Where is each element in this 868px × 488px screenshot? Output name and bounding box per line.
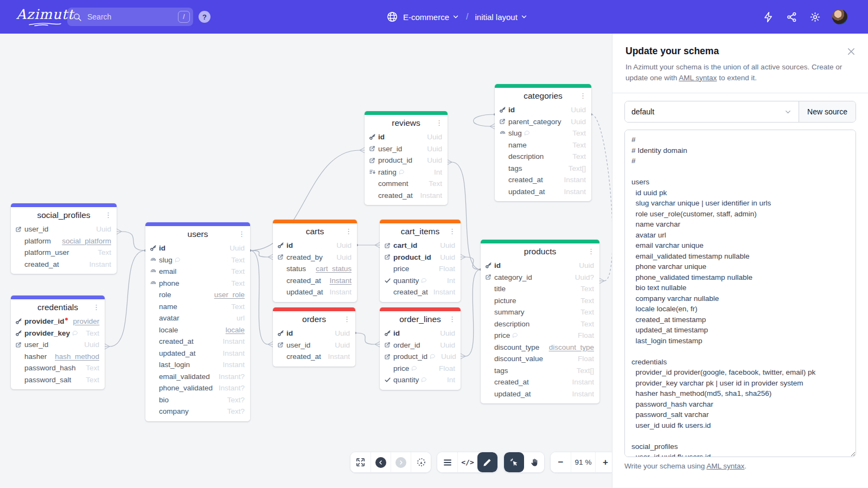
table-header[interactable]: categories⋮ bbox=[495, 88, 591, 104]
history-back-button[interactable] bbox=[371, 452, 391, 472]
column-row-name[interactable]: nameText bbox=[495, 139, 591, 151]
quick-actions-icon[interactable] bbox=[762, 11, 774, 23]
table-header[interactable]: products⋮ bbox=[481, 243, 599, 260]
column-row-user_id[interactable]: user_idUuid bbox=[273, 339, 355, 351]
aml-code-button[interactable]: </> bbox=[457, 452, 477, 472]
column-row-user_id[interactable]: user_idUuid bbox=[11, 223, 117, 235]
column-row-created_at[interactable]: created_atInstant bbox=[495, 174, 591, 186]
project-selector[interactable]: E-commerce bbox=[403, 12, 459, 22]
column-row-description[interactable]: descriptionText bbox=[481, 318, 599, 330]
new-source-button[interactable]: New source bbox=[799, 101, 856, 122]
zoom-out-button[interactable]: − bbox=[551, 452, 571, 472]
column-row-rating[interactable]: ratingInt bbox=[365, 166, 448, 178]
column-row-provider_id[interactable]: provider_idprovider bbox=[11, 316, 105, 328]
user-avatar[interactable] bbox=[832, 9, 847, 24]
column-row-name[interactable]: nameText bbox=[145, 301, 250, 313]
table-header[interactable]: carts⋮ bbox=[273, 223, 357, 240]
zoom-level[interactable]: 91 % bbox=[571, 452, 595, 472]
column-row-updated_at[interactable]: updated_atInstant bbox=[481, 388, 599, 400]
search-input[interactable] bbox=[86, 12, 178, 22]
column-row-bio[interactable]: bioText? bbox=[145, 394, 250, 406]
column-row-product_id[interactable]: product_idUuid bbox=[380, 252, 461, 264]
column-row-created_at[interactable]: created_atInstant bbox=[273, 275, 357, 287]
settings-gear-icon[interactable] bbox=[809, 11, 821, 23]
table-list-button[interactable] bbox=[437, 452, 457, 472]
table-carts[interactable]: carts⋮idUuidcreated_byUuidstatuscart_sta… bbox=[273, 220, 357, 302]
column-row-provider_key[interactable]: provider_keyText bbox=[11, 328, 105, 339]
column-row-quantity[interactable]: quantityInt bbox=[380, 374, 461, 386]
layout-selector[interactable]: initial layout bbox=[475, 12, 527, 22]
column-row-id[interactable]: idUuid bbox=[273, 328, 355, 339]
column-row-hasher[interactable]: hasherhash_method bbox=[11, 351, 105, 363]
close-icon[interactable] bbox=[846, 47, 856, 56]
column-row-phone[interactable]: phoneText bbox=[145, 278, 250, 290]
column-row-tags[interactable]: tagsText[] bbox=[481, 365, 599, 377]
locate-tables-button[interactable] bbox=[411, 452, 431, 472]
column-row-last_login[interactable]: last_loginInstant bbox=[145, 359, 250, 371]
column-row-created_at[interactable]: created_atInstant bbox=[11, 259, 117, 271]
table-menu-icon[interactable]: ⋮ bbox=[104, 211, 113, 219]
column-row-created_at[interactable]: created_atInstant bbox=[380, 286, 461, 298]
column-row-email[interactable]: emailText bbox=[145, 266, 250, 278]
azimutt-logo[interactable]: Azimutt bbox=[16, 8, 74, 27]
zoom-in-button[interactable]: + bbox=[595, 452, 612, 472]
table-reviews[interactable]: reviews⋮idUuiduser_idUuidproduct_idUuidr… bbox=[365, 111, 448, 205]
column-row-category_id[interactable]: category_idUuid? bbox=[481, 272, 599, 284]
column-row-summary[interactable]: summaryText bbox=[481, 306, 599, 318]
table-header[interactable]: credentials⋮ bbox=[11, 299, 105, 316]
search-box[interactable]: / bbox=[67, 8, 193, 26]
table-cart_items[interactable]: cart_items⋮cart_idUuidproduct_idUuidpric… bbox=[380, 220, 461, 302]
table-products[interactable]: products⋮idUuidcategory_idUuid?titleText… bbox=[481, 240, 599, 403]
table-header[interactable]: cart_items⋮ bbox=[380, 223, 461, 240]
table-menu-icon[interactable]: ⋮ bbox=[578, 92, 588, 100]
column-row-role[interactable]: roleuser_role bbox=[145, 289, 250, 301]
column-row-picture[interactable]: pictureText bbox=[481, 295, 599, 307]
select-mode-button[interactable] bbox=[504, 452, 524, 472]
table-menu-icon[interactable]: ⋮ bbox=[448, 316, 457, 323]
table-credentials[interactable]: credentials⋮provider_idproviderprovider_… bbox=[11, 296, 105, 389]
table-menu-icon[interactable]: ⋮ bbox=[342, 316, 352, 323]
column-row-locale[interactable]: localelocale bbox=[145, 324, 250, 336]
column-row-slug[interactable]: slugText bbox=[495, 127, 591, 139]
table-header[interactable]: orders⋮ bbox=[273, 311, 355, 328]
column-row-comment[interactable]: commentText bbox=[365, 178, 448, 190]
diagram-canvas[interactable]: social_profiles⋮user_idUuidplatformsocia… bbox=[0, 34, 612, 488]
column-row-created_at[interactable]: created_atInstant bbox=[145, 336, 250, 348]
history-forward-button[interactable] bbox=[391, 452, 411, 472]
column-row-price[interactable]: priceFloat bbox=[380, 363, 461, 375]
column-row-avatar[interactable]: avatarurl bbox=[145, 312, 250, 324]
aml-syntax-link[interactable]: AML syntax bbox=[706, 462, 744, 470]
pan-mode-button[interactable] bbox=[524, 452, 544, 472]
column-row-tags[interactable]: tagsText[] bbox=[495, 163, 591, 175]
column-row-status[interactable]: statuscart_status bbox=[273, 263, 357, 275]
table-menu-icon[interactable]: ⋮ bbox=[586, 248, 596, 255]
column-row-id[interactable]: idUuid bbox=[365, 131, 448, 143]
column-row-id[interactable]: idUuid bbox=[495, 104, 591, 116]
table-social_profiles[interactable]: social_profiles⋮user_idUuidplatformsocia… bbox=[11, 203, 117, 274]
column-row-password_hash[interactable]: password_hashText bbox=[11, 362, 105, 374]
table-menu-icon[interactable]: ⋮ bbox=[448, 228, 457, 235]
column-row-product_id[interactable]: product_idUuid bbox=[380, 351, 461, 363]
fit-to-screen-button[interactable] bbox=[350, 452, 371, 472]
column-row-product_id[interactable]: product_idUuid bbox=[365, 155, 448, 166]
column-row-id[interactable]: idUuid bbox=[380, 328, 461, 339]
column-row-discount_value[interactable]: discount_valueFloat bbox=[481, 353, 599, 365]
source-select[interactable]: default bbox=[625, 101, 799, 122]
column-row-title[interactable]: titleText bbox=[481, 283, 599, 295]
column-row-user_id[interactable]: user_idUuid bbox=[365, 143, 448, 155]
table-order_lines[interactable]: order_lines⋮idUuidorder_idUuidproduct_id… bbox=[380, 307, 461, 390]
table-menu-icon[interactable]: ⋮ bbox=[435, 119, 444, 127]
draw-mode-button[interactable] bbox=[477, 452, 497, 472]
column-row-id[interactable]: idUuid bbox=[145, 242, 250, 254]
column-row-created_at[interactable]: created_atInstant bbox=[481, 376, 599, 388]
column-row-updated_at[interactable]: updated_atInstant bbox=[495, 186, 591, 198]
aml-syntax-link[interactable]: AML syntax bbox=[679, 74, 717, 82]
column-row-price[interactable]: priceFloat bbox=[380, 263, 461, 275]
column-row-cart_id[interactable]: cart_idUuid bbox=[380, 240, 461, 252]
table-header[interactable]: order_lines⋮ bbox=[380, 311, 461, 328]
table-users[interactable]: users⋮idUuidslugTextemailTextphoneTextro… bbox=[145, 222, 250, 421]
table-orders[interactable]: orders⋮idUuiduser_idUuidcreated_atInstan… bbox=[273, 307, 355, 367]
share-icon[interactable] bbox=[786, 11, 797, 23]
table-header[interactable]: reviews⋮ bbox=[365, 115, 448, 131]
column-row-email_validated[interactable]: email_validatedInstant? bbox=[145, 371, 250, 383]
